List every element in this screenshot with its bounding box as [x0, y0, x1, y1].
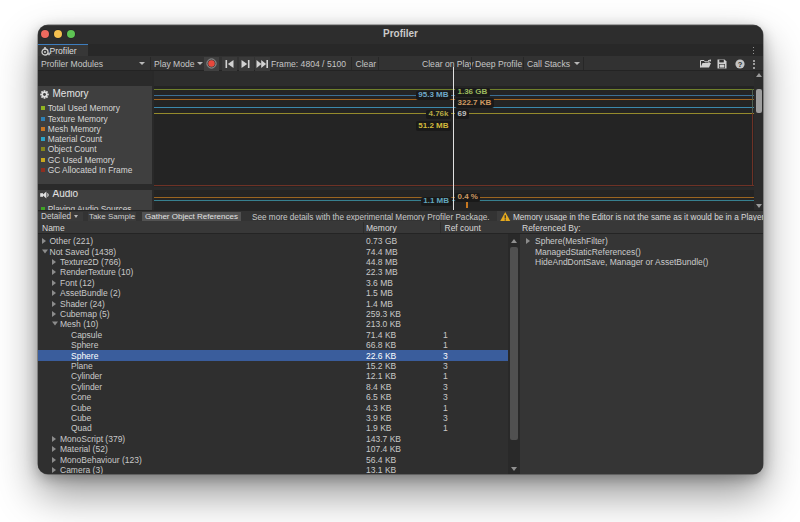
- svg-text:?: ?: [738, 59, 743, 68]
